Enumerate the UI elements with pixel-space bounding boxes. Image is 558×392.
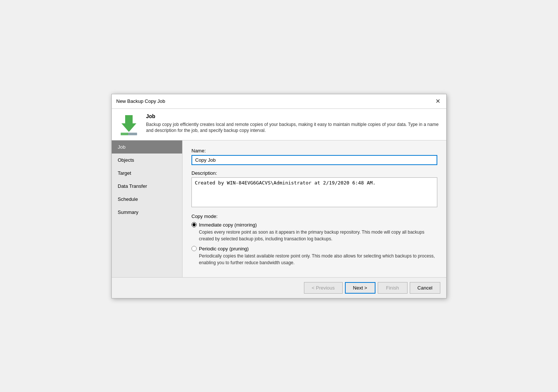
cancel-button[interactable]: Cancel	[410, 282, 440, 294]
periodic-copy-option: Periodic copy (pruning) Periodically cop…	[191, 246, 437, 266]
sidebar-item-schedule[interactable]: Schedule	[112, 193, 182, 206]
job-icon	[118, 113, 140, 136]
periodic-copy-label[interactable]: Periodic copy (pruning)	[199, 246, 249, 252]
immediate-copy-radio[interactable]	[191, 222, 197, 227]
dialog-title: New Backup Copy Job	[116, 98, 165, 104]
finish-button[interactable]: Finish	[378, 282, 408, 294]
next-button[interactable]: Next >	[345, 282, 375, 294]
footer: < Previous Next > Finish Cancel	[112, 277, 446, 298]
svg-rect-0	[125, 115, 133, 123]
header-text: Job Backup copy job efficiently creates …	[146, 113, 440, 134]
immediate-copy-label[interactable]: Immediate copy (mirroring)	[199, 222, 257, 228]
svg-rect-3	[121, 133, 128, 135]
main-content: Name: Description: Created by WIN-84EVG6…	[183, 140, 446, 277]
header-title: Job	[146, 113, 440, 119]
periodic-copy-desc: Periodically copies the latest available…	[199, 253, 437, 266]
header-section: Job Backup copy job efficiently creates …	[112, 109, 446, 140]
copy-mode-label: Copy mode:	[191, 214, 437, 219]
immediate-copy-desc: Copies every restore point as soon as it…	[199, 229, 437, 242]
sidebar-item-job[interactable]: Job	[112, 140, 182, 154]
sidebar-item-data-transfer[interactable]: Data Transfer	[112, 180, 182, 193]
svg-marker-1	[121, 123, 136, 132]
sidebar-item-objects[interactable]: Objects	[112, 154, 182, 167]
sidebar-item-target[interactable]: Target	[112, 167, 182, 180]
description-textarea[interactable]: Created by WIN-84EVG6GACVS\Administrator…	[191, 177, 437, 207]
body-section: Job Objects Target Data Transfer Schedul…	[112, 140, 446, 277]
sidebar: Job Objects Target Data Transfer Schedul…	[112, 140, 183, 277]
name-label: Name:	[191, 148, 437, 154]
sidebar-item-summary[interactable]: Summary	[112, 206, 182, 219]
periodic-copy-radio[interactable]	[191, 246, 197, 251]
title-bar: New Backup Copy Job ✕	[112, 94, 446, 109]
name-input[interactable]	[191, 155, 437, 165]
close-button[interactable]: ✕	[434, 97, 442, 105]
immediate-copy-option: Immediate copy (mirroring) Copies every …	[191, 222, 437, 242]
previous-button[interactable]: < Previous	[304, 282, 343, 294]
header-description: Backup copy job efficiently creates loca…	[146, 121, 440, 134]
description-label: Description:	[191, 170, 437, 176]
new-backup-copy-job-dialog: New Backup Copy Job ✕ Job Backup copy jo…	[111, 94, 447, 298]
